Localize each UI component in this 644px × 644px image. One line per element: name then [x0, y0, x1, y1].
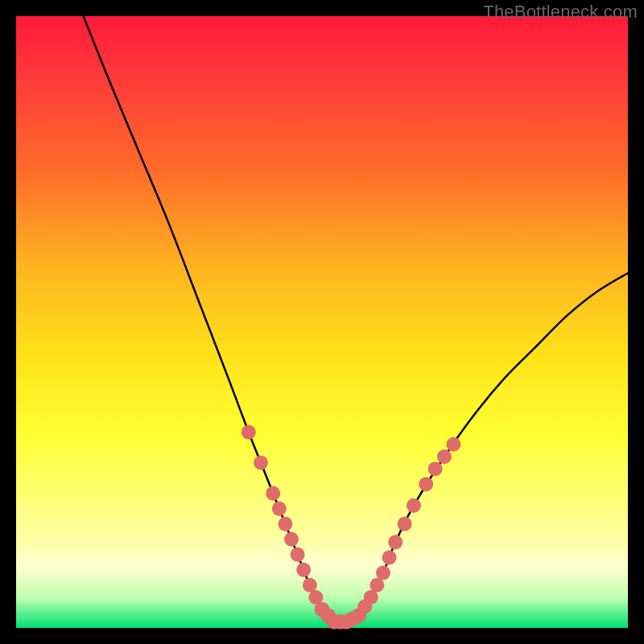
- curve-markers: [242, 425, 461, 630]
- curve-marker: [382, 551, 397, 565]
- curve-marker: [254, 456, 268, 470]
- curve-marker: [428, 461, 443, 476]
- curve-marker: [266, 486, 280, 501]
- curve-marker: [398, 517, 412, 531]
- watermark-text: TheBottleneck.com: [483, 2, 638, 23]
- stage: TheBottleneck.com: [0, 0, 644, 644]
- plot-area: [16, 16, 628, 628]
- curve-marker: [388, 535, 402, 550]
- curve-marker: [437, 449, 452, 464]
- curve-marker: [284, 532, 299, 547]
- curve-marker: [296, 563, 311, 577]
- curve-marker: [272, 502, 287, 516]
- chart-svg: [16, 16, 628, 628]
- curve-marker: [446, 437, 460, 452]
- bottleneck-curve: [84, 16, 628, 623]
- curve-marker: [291, 547, 305, 562]
- curve-marker: [376, 566, 390, 580]
- curve-marker: [407, 498, 421, 513]
- curve-marker: [278, 517, 292, 531]
- curve-marker: [419, 477, 433, 491]
- curve-marker: [242, 425, 256, 440]
